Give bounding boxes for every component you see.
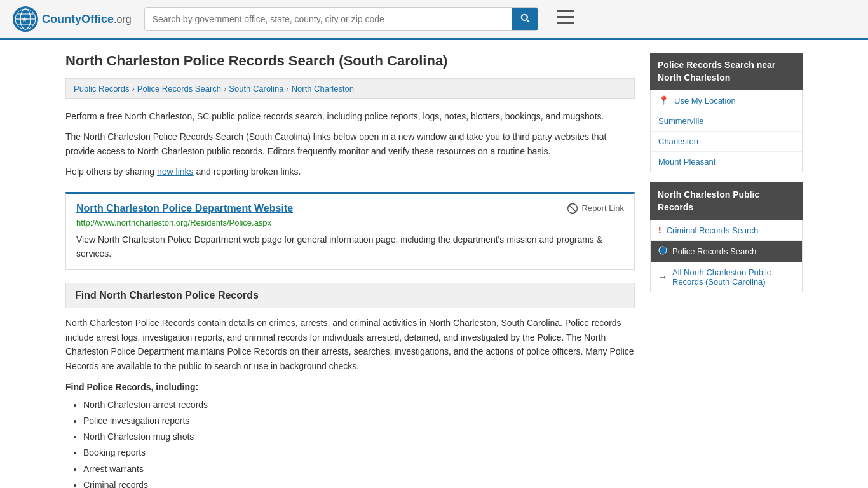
- svg-point-14: [659, 247, 667, 254]
- list-item: Police investigation reports: [83, 413, 635, 429]
- circle-icon: [658, 246, 667, 257]
- police-records-active-link[interactable]: Police Records Search: [672, 247, 756, 256]
- record-card-url: http://www.northcharleston.org/Residents…: [76, 218, 624, 227]
- find-section-header: Find North Charleston Police Records: [65, 283, 635, 308]
- svg-rect-10: [557, 16, 574, 18]
- sidebar-item-use-my-location[interactable]: 📍 Use My Location: [651, 90, 802, 111]
- logo-icon: ★: [13, 6, 38, 32]
- search-input[interactable]: [145, 9, 512, 29]
- charleston-link[interactable]: Charleston: [658, 137, 698, 146]
- breadcrumb-sep-1: ›: [132, 84, 134, 93]
- find-heading: Find North Charleston Police Records: [75, 290, 625, 301]
- search-button[interactable]: [512, 8, 538, 30]
- record-card-header: North Charleston Police Department Websi…: [76, 203, 624, 214]
- description-3: Help others by sharing new links and rep…: [65, 165, 635, 179]
- use-my-location-link[interactable]: Use My Location: [674, 96, 736, 105]
- exclamation-icon: !: [658, 225, 661, 235]
- sidebar-item-all-public-records[interactable]: → All North Charleston Public Records (S…: [651, 262, 802, 292]
- search-bar: [144, 7, 538, 31]
- description-section: Perform a free North Charleston, SC publ…: [65, 109, 635, 179]
- breadcrumb-sep-3: ›: [286, 84, 288, 93]
- mount-pleasant-link[interactable]: Mount Pleasant: [658, 157, 715, 166]
- find-including-label: Find Police Records, including:: [65, 382, 635, 392]
- logo-text: CountyOffice.org: [42, 13, 132, 26]
- svg-rect-9: [557, 10, 574, 12]
- all-public-records-link[interactable]: All North Charleston Public Records (Sou…: [672, 268, 794, 287]
- record-card-title[interactable]: North Charleston Police Department Websi…: [76, 203, 293, 214]
- sidebar-public-records-body: ! Criminal Records Search Police Records…: [650, 220, 803, 292]
- description-1: Perform a free North Charleston, SC publ…: [65, 109, 635, 123]
- sidebar-item-criminal-records[interactable]: ! Criminal Records Search: [651, 220, 802, 241]
- location-icon: 📍: [658, 95, 669, 105]
- hamburger-icon: [557, 10, 574, 24]
- record-card: North Charleston Police Department Websi…: [65, 192, 635, 271]
- description-2: The North Charleston Police Records Sear…: [65, 130, 635, 158]
- main-content: North Charleston Police Records Search (…: [65, 53, 635, 488]
- list-item: Booking reports: [83, 445, 635, 461]
- record-card-description: View North Charleston Police Department …: [76, 233, 624, 261]
- breadcrumb-police-records-search[interactable]: Police Records Search: [137, 84, 221, 93]
- svg-rect-11: [557, 22, 574, 24]
- arrow-icon: →: [658, 272, 667, 282]
- report-link-button[interactable]: Report Link: [567, 203, 624, 214]
- new-links[interactable]: new links: [157, 166, 194, 177]
- svg-line-13: [569, 205, 576, 212]
- page-title: North Charleston Police Records Search (…: [65, 53, 635, 69]
- breadcrumb-public-records[interactable]: Public Records: [74, 84, 129, 93]
- sidebar-public-records-section: North Charleston Public Records ! Crimin…: [650, 182, 803, 292]
- svg-line-8: [527, 20, 529, 22]
- list-item: Criminal records: [83, 477, 635, 488]
- logo[interactable]: ★ CountyOffice.org: [13, 6, 132, 32]
- sidebar-nearby-body: 📍 Use My Location Summerville Charleston…: [650, 90, 803, 172]
- find-list: North Charleston arrest records Police i…: [65, 397, 635, 488]
- sidebar-item-mount-pleasant[interactable]: Mount Pleasant: [651, 152, 802, 172]
- sidebar-item-summerville[interactable]: Summerville: [651, 111, 802, 132]
- menu-button[interactable]: [557, 10, 574, 28]
- list-item: Arrest warrants: [83, 461, 635, 477]
- search-icon: [520, 13, 530, 23]
- svg-point-7: [521, 15, 527, 20]
- sidebar: Police Records Search near North Charles…: [650, 53, 803, 488]
- breadcrumb-north-charleston[interactable]: North Charleston: [292, 84, 354, 93]
- breadcrumb-sep-2: ›: [224, 84, 226, 93]
- report-icon: [567, 203, 578, 214]
- svg-text:★: ★: [22, 16, 27, 23]
- sidebar-item-charleston[interactable]: Charleston: [651, 132, 802, 152]
- list-item: North Charleston arrest records: [83, 397, 635, 413]
- list-item: North Charleston mug shots: [83, 429, 635, 445]
- sidebar-public-records-header: North Charleston Public Records: [650, 182, 803, 220]
- sidebar-nearby-section: Police Records Search near North Charles…: [650, 53, 803, 172]
- breadcrumb: Public Records › Police Records Search ›…: [65, 78, 635, 99]
- find-description: North Charleston Police Records contain …: [65, 316, 635, 373]
- criminal-records-link[interactable]: Criminal Records Search: [667, 226, 759, 235]
- sidebar-nearby-header: Police Records Search near North Charles…: [650, 53, 803, 90]
- summerville-link[interactable]: Summerville: [658, 116, 704, 126]
- sidebar-item-police-records[interactable]: Police Records Search: [651, 241, 802, 262]
- breadcrumb-south-carolina[interactable]: South Carolina: [229, 84, 283, 93]
